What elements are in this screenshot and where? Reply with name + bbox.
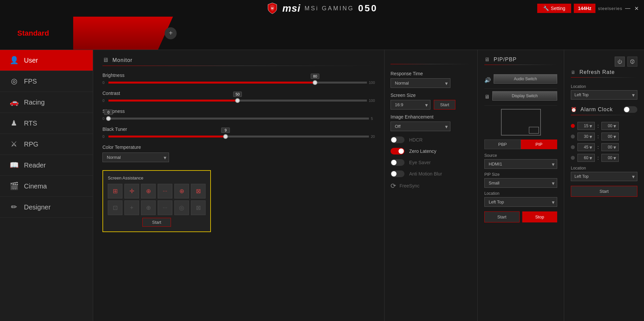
sidebar-item-reader[interactable]: 📖 Reader <box>0 155 93 176</box>
zero-latency-label: Zero Latency <box>409 149 436 154</box>
display-switch-row: 🖥 Display Switch <box>484 89 557 106</box>
image-enhancement-select[interactable]: Off Weak Medium Strong Strongest <box>391 122 450 131</box>
screen-size-start-button[interactable]: Start <box>434 100 455 110</box>
anti-motion-blur-toggle[interactable] <box>391 170 404 177</box>
sa-icon-1[interactable]: ⊞ <box>108 184 122 198</box>
sa-icon-10[interactable]: ⋯ <box>158 200 172 215</box>
monitor-divider <box>102 66 375 66</box>
sidebar-label-cinema: Cinema <box>24 182 47 190</box>
audio-switch-button[interactable]: Audio Switch <box>494 74 557 84</box>
sidebar-item-designer[interactable]: ✏ Designer <box>0 197 93 218</box>
sa-icon-3[interactable]: ⊕ <box>141 184 156 198</box>
rpg-icon: ⚔ <box>9 140 19 149</box>
sa-icon-6[interactable]: ⊠ <box>191 184 206 198</box>
sa-icon-4[interactable]: ⋯ <box>158 184 172 198</box>
titlebar-right: 🔧 Setting 144Hz steelseries — ✕ <box>537 4 639 13</box>
eye-saver-toggle[interactable] <box>391 159 404 166</box>
contrast-slider[interactable]: 50 <box>108 100 367 102</box>
alarm-hours-2-select[interactable]: 30154560 <box>577 133 595 141</box>
brightness-slider-row: 0 80 100 <box>102 81 375 85</box>
power-off-button[interactable]: ⏼ <box>627 57 637 67</box>
sa-icon-11[interactable]: ◎ <box>174 200 189 215</box>
black-tuner-max: 20 <box>371 135 375 139</box>
zero-latency-toggle[interactable] <box>391 148 404 155</box>
alarm-dot-4 <box>571 156 575 160</box>
screen-assistance-start-button[interactable]: Start <box>142 218 171 227</box>
sidebar-item-rts[interactable]: ♟ RTS <box>0 113 93 134</box>
zero-latency-row: Zero Latency <box>391 148 471 155</box>
alarm-mins-3-select[interactable]: 00153045 <box>601 143 619 151</box>
pip-size-label: PIP Size <box>484 172 557 177</box>
sa-icon-12[interactable]: ⊠ <box>191 200 206 215</box>
brightness-min: 0 <box>102 81 106 85</box>
alarm-mins-4-select[interactable]: 00153045 <box>601 154 619 162</box>
alarm-clock-title: Alarm Clock <box>580 107 613 113</box>
racing-icon: 🚗 <box>9 98 19 107</box>
minimize-button[interactable]: — <box>625 5 630 12</box>
display-icon: 🖥 <box>484 94 490 100</box>
alarm-mins-2-select[interactable]: 00153045 <box>601 133 619 141</box>
sa-icon-2[interactable]: ✛ <box>124 184 139 198</box>
display-switch-button[interactable]: Display Switch <box>492 91 557 101</box>
alarm-start-button[interactable]: Start <box>571 186 637 197</box>
alarm-location-select[interactable]: Left Top Right Top Left Bottom Right Bot… <box>571 172 637 181</box>
close-button[interactable]: ✕ <box>634 5 639 12</box>
fps-icon: ◎ <box>9 77 19 86</box>
black-tuner-value: 9 <box>221 128 230 133</box>
sharpness-slider[interactable]: 0 <box>108 118 369 120</box>
pip-mode-tabs: PBP PIP <box>484 140 557 149</box>
pip-start-button[interactable]: Start <box>484 211 520 222</box>
pbp-tab[interactable]: PBP <box>484 140 521 149</box>
contrast-max: 100 <box>369 99 375 103</box>
tab-standard[interactable]: Standard <box>11 29 56 38</box>
response-spacer <box>391 57 471 64</box>
sidebar-item-racing[interactable]: 🚗 Racing <box>0 92 93 113</box>
pip-tab[interactable]: PIP <box>521 140 558 149</box>
contrast-group: Contrast 0 50 100 <box>102 91 375 103</box>
hz-badge: 144Hz <box>574 4 595 13</box>
alarm-clock-toggle[interactable] <box>623 106 637 113</box>
refresh-location-group: Location Left Top Right Top Left Bottom … <box>571 84 637 100</box>
setting-button[interactable]: 🔧 Setting <box>537 4 571 13</box>
sidebar-item-rpg[interactable]: ⚔ RPG <box>0 134 93 155</box>
alarm-mins-1-select[interactable]: 00153045 <box>601 122 619 130</box>
pip-location-select[interactable]: Left Top Right Top Left Bottom Right Bot… <box>484 197 557 207</box>
screen-size-select[interactable]: 16:9 4:3 1:1 Auto <box>391 100 430 110</box>
brightness-group: Brightness 0 80 100 <box>102 73 375 85</box>
setting-label: Setting <box>551 6 565 11</box>
sidebar-label-rts: RTS <box>24 120 37 127</box>
power-on-button[interactable]: ⏻ <box>615 57 625 67</box>
sidebar-item-fps[interactable]: ◎ FPS <box>0 71 93 92</box>
sidebar-item-user[interactable]: 👤 User <box>0 50 93 71</box>
color-temp-group: Color Temperature Normal Warm Cool User <box>102 145 375 162</box>
sa-icon-8[interactable]: + <box>124 200 139 215</box>
pip-size-select[interactable]: Small Medium Large <box>484 178 557 188</box>
alarm-colon-2: : <box>597 134 599 139</box>
alarm-hours-3-select[interactable]: 45153060 <box>577 143 595 151</box>
alarm-hours-1-select[interactable]: 15304560 <box>577 122 595 130</box>
screen-size-label: Screen Size <box>391 93 471 98</box>
pip-stop-button[interactable]: Stop <box>522 211 558 222</box>
sa-icon-7[interactable]: ⊡ <box>108 200 122 215</box>
alarm-mins-2-wrapper: 00153045 <box>601 133 619 141</box>
pip-icon: 🖥 <box>484 57 490 63</box>
color-temp-select[interactable]: Normal Warm Cool User <box>102 153 169 162</box>
brightness-value: 80 <box>311 74 319 79</box>
response-time-select[interactable]: Normal Fast Fastest <box>391 78 450 88</box>
sa-icon-5[interactable]: ⊕ <box>174 184 189 198</box>
sa-icon-9[interactable]: ⊕ <box>141 200 156 215</box>
refresh-rate-title: Refresh Rate <box>579 69 615 75</box>
hdcr-toggle[interactable] <box>391 137 404 143</box>
black-tuner-min: 0 <box>102 135 106 139</box>
tab-add-button[interactable]: + <box>165 27 177 39</box>
black-tuner-slider[interactable]: 9 <box>108 136 369 138</box>
alarm-hours-4-wrapper: 60153045 <box>577 154 595 162</box>
sidebar-item-cinema[interactable]: 🎬 Cinema <box>0 176 93 197</box>
refresh-location-select[interactable]: Left Top Right Top Left Bottom Right Bot… <box>571 90 637 100</box>
right-section: ⏻ ⏼ 🖥 Refresh Rate Location Left Top Rig… <box>564 50 644 321</box>
alarm-hours-4-select[interactable]: 60153045 <box>577 154 595 162</box>
source-select[interactable]: HDMI1 HDMI2 DP1 DP2 <box>484 159 557 169</box>
brightness-slider[interactable]: 80 <box>108 82 367 84</box>
pip-title: PIP/PBP <box>494 57 517 63</box>
rts-icon: ♟ <box>9 119 19 128</box>
